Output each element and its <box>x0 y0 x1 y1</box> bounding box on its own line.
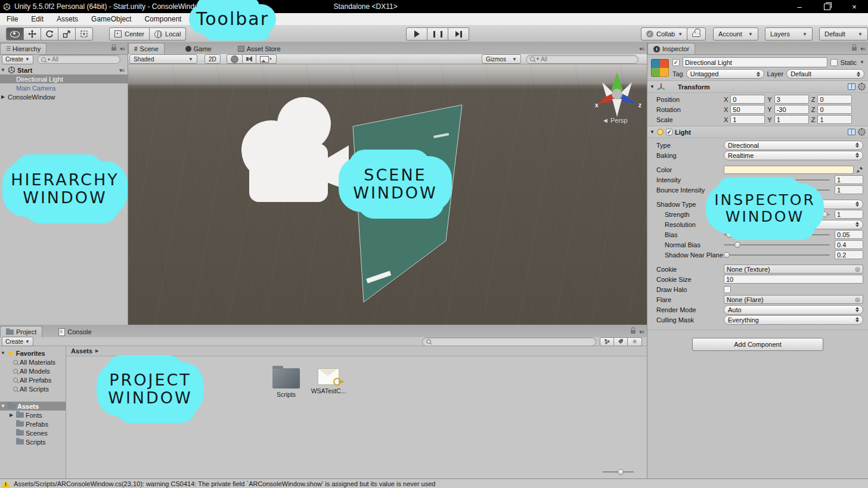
search-by-type-button[interactable] <box>600 337 614 346</box>
status-bar[interactable]: Assets/Scripts/ARConsoleWindow.cs(23,10)… <box>0 478 868 488</box>
culling-mask-dropdown[interactable]: Everything <box>724 315 863 325</box>
axis-value-field[interactable]: 1 <box>730 115 765 124</box>
menu-file[interactable]: File <box>0 13 24 25</box>
camera-gizmo-icon[interactable] <box>241 97 349 202</box>
foldout-icon[interactable]: ▼ <box>650 84 655 89</box>
thumbnail-zoom-slider[interactable] <box>603 469 634 475</box>
slider-value-field[interactable]: 1 <box>835 210 863 219</box>
eyedropper-icon[interactable] <box>856 166 863 173</box>
transform-header[interactable]: ▼ Transform <box>647 80 868 93</box>
axis-value-field[interactable]: 1 <box>817 115 852 124</box>
minimize-button[interactable]: – <box>786 0 813 13</box>
slider-value-field[interactable]: 0.2 <box>835 250 863 259</box>
foldout-icon[interactable]: ▼ <box>650 129 655 135</box>
layout-dropdown[interactable]: Default▼ <box>819 27 868 41</box>
scene-search-input[interactable]: ▼All <box>526 55 638 64</box>
layer-dropdown[interactable]: Default <box>786 69 864 79</box>
layers-dropdown[interactable]: Layers▼ <box>765 27 813 41</box>
orientation-gizmo[interactable]: x z <box>595 73 641 117</box>
help-book-icon[interactable] <box>848 129 855 135</box>
static-checkbox[interactable] <box>830 59 838 66</box>
menu-assets[interactable]: Assets <box>50 13 85 25</box>
foldout-icon[interactable]: ▶ <box>0 94 6 100</box>
scene-row-start[interactable]: ▼ Start ▾≡ <box>0 66 128 74</box>
flare-object-field[interactable]: None (Flare)◎ <box>724 295 863 304</box>
rect-tool-button[interactable] <box>76 27 93 41</box>
cookie-object-field[interactable]: None (Texture)◎ <box>724 265 863 273</box>
normal-bias-slider[interactable] <box>724 241 830 249</box>
folder-item-scripts[interactable]: Scripts <box>0 437 66 446</box>
lighting-toggle-button[interactable] <box>227 54 243 64</box>
lock-icon[interactable] <box>852 47 857 51</box>
panel-menu-icon[interactable]: ▾≡ <box>639 46 644 52</box>
folder-item-fonts[interactable]: ▶Fonts <box>0 411 66 419</box>
panel-menu-icon[interactable]: ▾≡ <box>120 46 125 52</box>
close-button[interactable]: × <box>841 0 868 13</box>
help-book-icon[interactable] <box>848 83 855 90</box>
type-dropdown[interactable]: Directional <box>724 141 863 150</box>
menu-component[interactable]: Component <box>138 13 188 25</box>
favorite-item-all-materials[interactable]: All Materials <box>0 358 66 366</box>
rotate-tool-button[interactable] <box>41 27 58 41</box>
favorites-star-button[interactable]: ★ <box>628 337 642 346</box>
move-tool-button[interactable] <box>24 27 41 41</box>
hand-tool-button[interactable] <box>6 27 24 41</box>
hierarchy-search-input[interactable]: ▼All <box>37 55 120 64</box>
maximize-button[interactable] <box>813 0 841 13</box>
light-header[interactable]: ▼ ✓ Light <box>647 126 868 138</box>
lock-icon[interactable] <box>111 47 116 51</box>
object-name-field[interactable]: Directional Light <box>683 57 827 67</box>
baking-dropdown[interactable]: Realtime <box>724 151 863 160</box>
favorites-root[interactable]: ▼ ★ Favorites <box>0 349 66 358</box>
render-mode-dropdown[interactable]: Auto <box>724 305 863 315</box>
hierarchy-item-main-camera[interactable]: Main Camera <box>0 83 128 92</box>
slider-value-field[interactable]: 0.05 <box>835 230 863 239</box>
slider-knob[interactable] <box>618 469 624 475</box>
color-swatch[interactable] <box>724 166 854 174</box>
cookie-size-field[interactable]: 10 <box>724 275 863 284</box>
folder-item-scenes[interactable]: Scenes <box>0 428 66 437</box>
slider-value-field[interactable]: 1 <box>835 185 863 194</box>
asset-wsatestc[interactable]: WSATestC... <box>311 368 346 394</box>
collab-button[interactable]: ✓Collab▼ <box>641 27 688 41</box>
favorite-item-all-prefabs[interactable]: All Prefabs <box>0 375 66 384</box>
search-by-label-button[interactable] <box>614 337 628 346</box>
step-button[interactable] <box>448 27 469 41</box>
tab-project[interactable]: Project <box>0 326 42 337</box>
foldout-icon[interactable]: ▼ <box>0 67 6 73</box>
slider-knob[interactable] <box>724 252 730 258</box>
axis-value-field[interactable]: 50 <box>730 105 765 114</box>
static-dropdown-icon[interactable]: ▼ <box>860 60 864 65</box>
tab-inspector[interactable]: iInspector <box>647 43 695 54</box>
light-enabled-checkbox[interactable]: ✓ <box>666 129 672 135</box>
tab-console[interactable]: Console <box>53 327 97 337</box>
scene-menu-icon[interactable]: ▾≡ <box>119 67 128 73</box>
panel-menu-icon[interactable]: ▾≡ <box>860 46 865 52</box>
shadow-near-plane-slider[interactable] <box>724 251 830 259</box>
tab-game[interactable]: Game <box>180 43 217 54</box>
play-button[interactable] <box>406 27 427 41</box>
slider-value-field[interactable]: 0.4 <box>835 240 863 249</box>
panel-menu-icon[interactable]: ▾≡ <box>639 329 644 335</box>
account-dropdown[interactable]: Account▼ <box>713 27 758 41</box>
slider-value-field[interactable]: 1 <box>835 175 863 184</box>
2d-toggle-button[interactable]: 2D <box>204 54 221 64</box>
tab-asset-store[interactable]: Asset Store <box>232 43 286 54</box>
axis-value-field[interactable]: 3 <box>774 95 809 104</box>
hierarchy-item-directional-light[interactable]: Directional Light <box>0 74 128 83</box>
assets-root[interactable]: ▼ Assets <box>0 402 66 411</box>
axis-value-field[interactable]: -30 <box>774 105 809 114</box>
pivot-local-button[interactable]: Local <box>150 27 186 41</box>
foldout-icon[interactable]: ▶ <box>8 412 14 418</box>
perspective-label[interactable]: ◄ Persp <box>602 117 628 124</box>
menu-gameobject[interactable]: GameObject <box>85 13 138 25</box>
axis-value-field[interactable]: 0 <box>730 95 765 104</box>
gizmos-dropdown[interactable]: Gizmos▼ <box>482 54 521 64</box>
hierarchy-item-consolewindow[interactable]: ▶ConsoleWindow <box>0 92 128 101</box>
active-checkbox[interactable]: ✓ <box>672 59 680 66</box>
pause-button[interactable] <box>427 27 448 41</box>
cloud-services-button[interactable] <box>687 27 706 41</box>
axis-value-field[interactable]: 0 <box>817 95 852 104</box>
audio-toggle-button[interactable] <box>243 54 256 64</box>
axis-value-field[interactable]: 0 <box>817 105 852 114</box>
